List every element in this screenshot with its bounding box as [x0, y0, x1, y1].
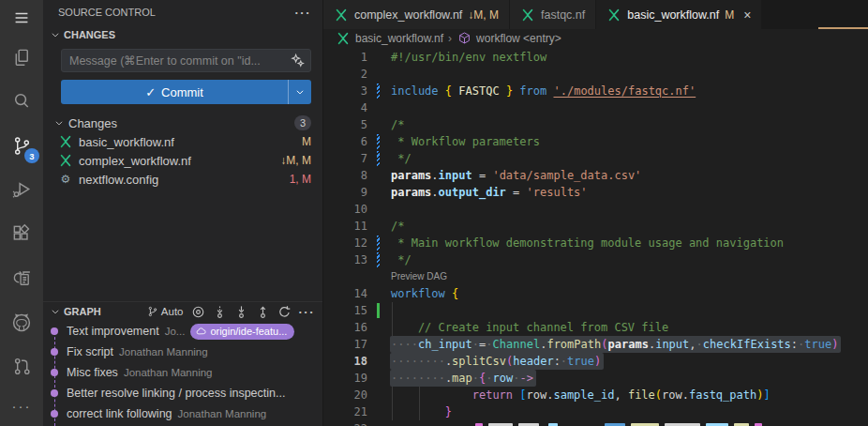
code-line[interactable]: 16 // Create input channel from CSV file [323, 319, 868, 336]
pull-request-icon[interactable] [0, 344, 43, 388]
token [391, 405, 445, 418]
nextflow-file-icon [606, 8, 621, 22]
menu-icon[interactable] [0, 0, 43, 36]
commit-row[interactable]: Better resolve linking / process inspect… [43, 383, 322, 403]
code-line[interactable]: 5/* [323, 116, 868, 133]
breadcrumb: basic_workflow.nf › workflow <entry> [323, 29, 868, 47]
explorer-icon[interactable] [0, 36, 43, 80]
code-line[interactable]: 3include { FASTQC } from './modules/fast… [323, 83, 868, 99]
graph-auto-toggle[interactable]: Auto [147, 306, 184, 317]
scm-file-row[interactable]: complex_workflow.nf↓M, M [43, 151, 322, 170]
code-line[interactable]: 14workflow { [323, 285, 868, 302]
code-line[interactable]: 6 * Workflow parameters [323, 133, 868, 150]
tab-complex_workflow.nf[interactable]: complex_workflow.nf↓M, M [323, 0, 510, 29]
commit-message-input[interactable] [61, 49, 311, 72]
graph-fetch-icon[interactable] [213, 305, 227, 319]
code-line[interactable]: 21 } [323, 403, 868, 420]
token: params [391, 186, 431, 199]
code-line[interactable]: 22 [323, 420, 868, 426]
branch-ref-badge[interactable]: origin/ide-featu... [190, 324, 294, 340]
codelens-link[interactable]: Preview DAG [391, 271, 447, 281]
sparkle-icon[interactable] [291, 53, 305, 68]
token [439, 84, 445, 98]
code-line[interactable]: 15 [323, 302, 868, 319]
token [500, 84, 506, 98]
token: . [431, 169, 438, 182]
nextflow-file-icon [336, 32, 351, 45]
line-number: 7 [323, 150, 367, 167]
line-number: 17 [323, 336, 367, 353]
token: 'data/sample_data.csv' [492, 169, 641, 182]
graph-push-icon[interactable] [256, 305, 270, 319]
code-area[interactable]: 1#!/usr/bin/env nextflow23include { FAST… [323, 47, 868, 426]
source-control-icon[interactable]: 3 [0, 124, 43, 168]
search-icon[interactable] [0, 80, 43, 124]
code-line[interactable]: 11/* [323, 218, 868, 235]
token: output_dir [439, 186, 506, 199]
section-header-changes[interactable]: CHANGES [43, 24, 322, 45]
breadcrumb-file[interactable]: basic_workflow.nf [355, 32, 443, 45]
token: ) [831, 338, 838, 351]
scm-file-row[interactable]: basic_workflow.nfM [43, 132, 322, 151]
token: row. [662, 388, 689, 402]
code-line[interactable]: 17····ch_input·=·Channel.fromPath(params… [323, 336, 868, 353]
tab-fastqc.nf[interactable]: fastqc.nf [510, 0, 596, 29]
commit-button[interactable]: ✓ Commit [61, 80, 311, 104]
line-number: 18 [323, 353, 367, 370]
docs-sync-icon[interactable] [0, 256, 43, 300]
line-content: } [391, 403, 452, 420]
extensions-icon[interactable] [0, 212, 43, 256]
graph-pull-icon[interactable] [234, 305, 248, 319]
code-line[interactable]: 20 return [row.sample_id, file(row.fastq… [323, 387, 868, 403]
commit-row[interactable]: Text improvementJo...origin/ide-featu... [43, 321, 322, 342]
graph-auto-label: Auto [161, 306, 184, 317]
activity-more-icon[interactable]: ··· [0, 388, 43, 422]
code-line[interactable]: 13 */ [323, 251, 868, 268]
sidebar-more-actions-icon[interactable]: ··· [295, 6, 312, 20]
graph-target-icon[interactable] [191, 305, 205, 319]
breadcrumb-symbol[interactable]: workflow <entry> [476, 32, 561, 45]
token: { [452, 287, 458, 300]
code-line[interactable]: 2 [323, 66, 868, 83]
tab-basic_workflow.nf[interactable]: basic_workflow.nfM× [596, 0, 762, 29]
scm-file-row[interactable]: ⚙nextflow.config1, M [43, 170, 322, 189]
github-icon[interactable] [0, 300, 43, 344]
close-icon[interactable]: × [743, 8, 751, 22]
gutter-marker-added [377, 303, 380, 318]
code-line[interactable]: 4 [323, 99, 868, 116]
line-number: 1 [323, 49, 367, 66]
code-line[interactable]: 12 * Main workflow demonstrating module … [323, 235, 868, 251]
commit-row[interactable]: Misc fixesJonathan Manning [43, 362, 322, 383]
tab-label: fastqc.nf [541, 8, 585, 22]
code-line[interactable]: 10 [323, 201, 868, 218]
line-number: 6 [323, 133, 367, 150]
line-number: 3 [323, 83, 367, 99]
line-content: workflow { [391, 285, 458, 302]
token: [ [519, 388, 526, 402]
code-line[interactable]: 9params.output_dir = 'results' [323, 184, 868, 201]
branch-ref-label: origin/ide-featu... [210, 326, 287, 337]
code-line[interactable]: 7 */ [323, 150, 868, 167]
commit-row[interactable]: Fix scriptJonathan Manning [43, 342, 322, 362]
line-content: ········.map·{·row·-> [391, 370, 536, 387]
token: workflow [391, 287, 445, 300]
code-line[interactable]: 18········.splitCsv(header:·true) [323, 353, 868, 370]
changes-tree-row[interactable]: Changes 3 [43, 114, 322, 132]
commit-row[interactable]: correct link followingJonathan Manning [43, 403, 322, 424]
token: } [445, 405, 452, 418]
run-debug-icon[interactable] [0, 168, 43, 212]
token: */ [391, 152, 412, 165]
line-number: 22 [323, 420, 367, 426]
token: /* [391, 118, 404, 131]
graph-more-icon[interactable]: ··· [299, 305, 316, 319]
token [391, 388, 472, 402]
code-line[interactable]: 19········.map·{·row·-> [323, 370, 868, 387]
code-line[interactable]: 1#!/usr/bin/env nextflow [323, 49, 868, 66]
section-header-graph[interactable]: GRAPH Auto ··· [43, 301, 322, 321]
graph-refresh-icon[interactable] [277, 305, 292, 319]
gutter-marker-modified [377, 84, 380, 99]
code-line[interactable]: 8params.input = 'data/sample_data.csv' [323, 167, 868, 184]
token: ) [594, 355, 601, 368]
commit-dropdown-button[interactable] [288, 80, 311, 104]
commit-author: Jonathan Manning [119, 346, 208, 358]
